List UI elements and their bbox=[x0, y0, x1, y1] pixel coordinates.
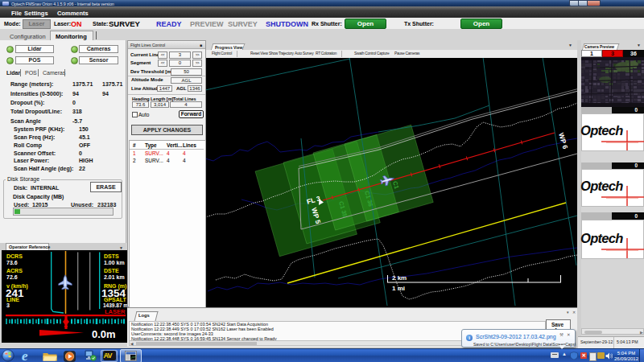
svg-text:ACRS: ACRS bbox=[6, 268, 23, 274]
svg-text:DSTE: DSTE bbox=[104, 268, 119, 274]
svg-text:73.6: 73.6 bbox=[6, 260, 18, 265]
svg-text:GPSALT: GPSALT bbox=[104, 297, 127, 302]
svg-text:1.00 km: 1.00 km bbox=[104, 260, 125, 265]
svg-text:2 km: 2 km bbox=[392, 274, 407, 282]
svg-text:DSTS: DSTS bbox=[104, 253, 119, 259]
svg-text:72.6: 72.6 bbox=[6, 274, 18, 280]
svg-text:1 mi: 1 mi bbox=[392, 285, 405, 292]
svg-text:2.01 km: 2.01 km bbox=[104, 274, 125, 280]
svg-text:DCRS: DCRS bbox=[6, 253, 23, 259]
svg-text:3: 3 bbox=[6, 302, 10, 308]
svg-text:0.0m: 0.0m bbox=[92, 328, 116, 340]
svg-text:1439.87 m: 1439.87 m bbox=[103, 302, 127, 308]
svg-text:LASER: LASER bbox=[105, 308, 126, 315]
svg-text:LINE: LINE bbox=[6, 297, 19, 302]
